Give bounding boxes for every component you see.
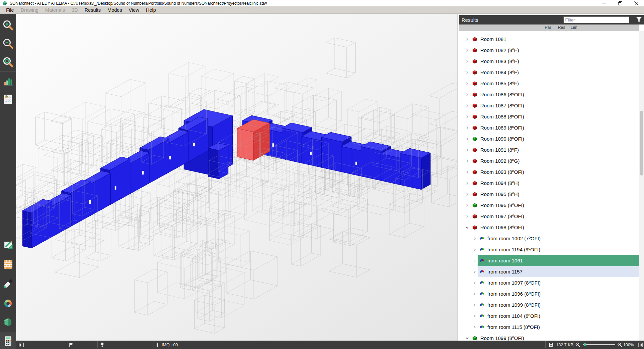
filter-funnel-icon[interactable]: [636, 17, 642, 23]
chevron-right-icon[interactable]: [466, 49, 469, 52]
menu-item-help[interactable]: Help: [143, 7, 159, 13]
tree-row[interactable]: from room 1194 (9ºOFI): [458, 244, 639, 255]
tree-row[interactable]: Room 1090 (8ºOFI): [458, 133, 639, 144]
tree-row[interactable]: Room 1096 (8ºOFI): [458, 200, 639, 211]
restore-button[interactable]: [614, 0, 626, 6]
chevron-down-icon[interactable]: [466, 337, 469, 340]
menu-item-modes[interactable]: Modes: [104, 7, 125, 13]
toolbar-zoom-extent-button[interactable]: [2, 56, 14, 68]
3d-viewport[interactable]: [16, 14, 457, 341]
tree-row[interactable]: Room 1081: [458, 34, 639, 45]
tree-row[interactable]: Room 1085 (8ºF): [458, 78, 639, 89]
toolbar-glue-button[interactable]: [2, 278, 14, 290]
tree-row[interactable]: from room 1104 (8ºOFI): [458, 310, 639, 321]
tree-row[interactable]: from room 1115 (8ºOFI): [458, 321, 639, 333]
tree-row[interactable]: from room 1061: [458, 255, 639, 266]
column-par: Par: [545, 25, 551, 30]
toolbar-zoom-in-button[interactable]: [2, 19, 14, 31]
tree-row[interactable]: from room 1097 (8ºOFI): [458, 277, 639, 288]
toolbar-report-button[interactable]: [2, 94, 14, 105]
tree-scrollbar-thumb[interactable]: [640, 111, 643, 176]
chevron-right-icon[interactable]: [466, 159, 469, 163]
chevron-right-icon[interactable]: [473, 303, 476, 307]
chevron-right-icon[interactable]: [466, 137, 469, 141]
chevron-right-icon[interactable]: [473, 314, 476, 318]
tree-row-label: Room 1081: [480, 36, 506, 42]
chevron-right-icon[interactable]: [466, 104, 469, 107]
menu-item-view[interactable]: View: [125, 7, 143, 13]
tree-row[interactable]: Room 1093 (8ºOFI): [458, 166, 639, 178]
tree-row[interactable]: Room 1095 (8ºH): [458, 189, 639, 200]
minimize-button[interactable]: [598, 0, 610, 6]
zoom-slider[interactable]: [583, 344, 615, 345]
tree-row[interactable]: Room 1099 (8ºOFI): [458, 333, 639, 341]
tree-row[interactable]: Room 1083 (8ºE): [458, 56, 639, 67]
tree-row[interactable]: Room 1092 (8ºG): [458, 155, 639, 166]
chevron-right-icon[interactable]: [466, 193, 469, 196]
chevron-right-icon[interactable]: [473, 270, 476, 273]
zoom-in-control[interactable]: [617, 341, 623, 349]
chevron-right-icon[interactable]: [466, 215, 469, 218]
tree-row[interactable]: from room 1157: [458, 266, 639, 277]
tree-row[interactable]: Room 1094 (8ºH): [458, 178, 639, 189]
light-indicator[interactable]: [100, 341, 104, 349]
tree-row[interactable]: Room 1097 (8ºOFI): [458, 211, 639, 222]
chevron-right-icon[interactable]: [466, 71, 469, 74]
tree-row[interactable]: Room 1089 (8ºOFI): [458, 122, 639, 133]
menu-item-results[interactable]: Results: [81, 7, 104, 13]
toolbar-color-wheel-button[interactable]: [2, 298, 14, 309]
close-icon: [634, 1, 638, 5]
chevron-right-icon[interactable]: [466, 38, 469, 41]
tree-row[interactable]: Room 1086 (8ºOFI): [458, 89, 639, 100]
toolbar-calculator-button[interactable]: [2, 335, 14, 347]
info-text: IMQ +00: [162, 343, 178, 347]
file-size-text: 132.7 KB: [556, 343, 573, 347]
zoom-slider-thumb[interactable]: [584, 343, 586, 346]
chevron-right-icon[interactable]: [466, 126, 469, 130]
toolbar-solid-3d-button[interactable]: [2, 316, 14, 328]
layers-toggle-button[interactable]: [19, 341, 24, 349]
chevron-right-icon[interactable]: [473, 292, 476, 296]
filter-input[interactable]: [564, 16, 629, 23]
toolbar-materials-button[interactable]: [2, 259, 14, 270]
chevron-right-icon[interactable]: [473, 281, 476, 285]
toolbar-bar-chart-button[interactable]: [2, 76, 14, 87]
wedge-green-icon: [480, 314, 484, 318]
chevron-down-icon[interactable]: [466, 226, 469, 229]
tree-row[interactable]: from room 1002 (7ºOFI): [458, 233, 639, 244]
menu-item-file[interactable]: File: [3, 7, 17, 13]
chevron-right-icon[interactable]: [473, 237, 476, 240]
tree-row[interactable]: Room 1082 (8ºE): [458, 45, 639, 56]
chevron-right-icon[interactable]: [466, 204, 469, 207]
chevron-right-icon[interactable]: [466, 148, 469, 152]
flag-icon: [69, 343, 73, 347]
toolbar-zoom-out-button[interactable]: [2, 38, 14, 49]
chevron-right-icon[interactable]: [466, 170, 469, 174]
tree-row[interactable]: Room 1084 (8ºF): [458, 67, 639, 78]
flag-indicator[interactable]: [69, 341, 73, 349]
tree-row[interactable]: Room 1087 (8ºOFI): [458, 100, 639, 111]
results-column-header: Par Res Lim: [459, 24, 639, 31]
tree-row[interactable]: Room 1091 (8ºF): [458, 144, 639, 155]
tree-row[interactable]: Room 1098 (8ºOFI): [458, 222, 639, 233]
zoom-out-control[interactable]: [575, 341, 581, 349]
chevron-right-icon[interactable]: [466, 60, 469, 63]
chevron-right-icon[interactable]: [466, 115, 469, 118]
panel-toggle-button[interactable]: [638, 341, 643, 349]
solid-3d-icon: [2, 316, 14, 328]
tree-scrollbar[interactable]: [639, 31, 644, 341]
chevron-right-icon[interactable]: [473, 326, 476, 329]
chevron-right-icon[interactable]: [473, 248, 476, 251]
tree-row-label: Room 1086 (8ºOFI): [480, 92, 524, 97]
close-button[interactable]: [631, 0, 642, 6]
tree-row[interactable]: from room 1099 (8ºOFI): [458, 299, 639, 310]
chevron-right-icon[interactable]: [466, 93, 469, 96]
chevron-right-icon[interactable]: [466, 82, 469, 85]
chevron-right-icon[interactable]: [473, 259, 476, 262]
menu-item-materials: Materials: [42, 7, 68, 13]
chevron-right-icon[interactable]: [466, 182, 469, 185]
tree-row[interactable]: from room 1096 (8ºOFI): [458, 288, 639, 299]
cube-red-icon: [472, 170, 477, 174]
toolbar-drawing-button[interactable]: [2, 239, 14, 251]
tree-row[interactable]: Room 1088 (8ºOFI): [458, 111, 639, 122]
